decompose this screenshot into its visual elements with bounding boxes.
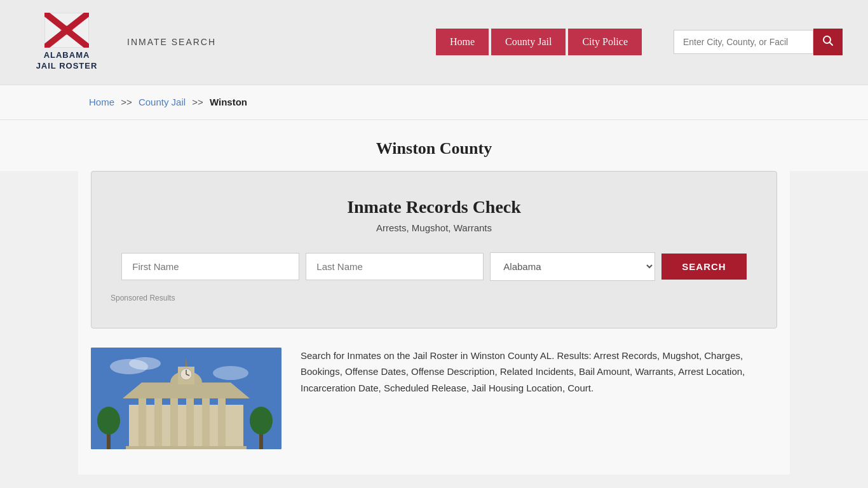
alabama-flag-icon <box>44 13 89 48</box>
logo-line2: JAIL ROSTER <box>36 61 98 71</box>
main-content: Inmate Records Check Arrests, Mugshot, W… <box>78 171 790 475</box>
nav-county-jail-button[interactable]: County Jail <box>491 29 566 55</box>
breadcrumb-sep1: >> <box>121 97 132 107</box>
svg-line-5 <box>830 43 833 46</box>
nav-city-police-button[interactable]: City Police <box>568 29 642 55</box>
inmate-search-label: INMATE SEARCH <box>127 37 216 47</box>
records-check-subtitle: Arrests, Mugshot, Warrants <box>111 222 757 233</box>
svg-point-8 <box>129 357 161 370</box>
svg-rect-11 <box>139 398 146 449</box>
site-logo-text: ALABAMA JAIL ROSTER <box>36 50 98 72</box>
records-check-title: Inmate Records Check <box>111 197 757 217</box>
svg-rect-15 <box>202 398 210 449</box>
site-header: ALABAMA JAIL ROSTER INMATE SEARCH Home C… <box>0 0 868 85</box>
breadcrumb-current: Winston <box>210 97 247 107</box>
county-description: Search for Inmates on the Jail Roster in… <box>301 348 777 396</box>
records-check-box: Inmate Records Check Arrests, Mugshot, W… <box>91 171 777 329</box>
svg-rect-13 <box>170 398 178 449</box>
nav-home-button[interactable]: Home <box>436 29 489 55</box>
breadcrumb-sep2: >> <box>192 97 203 107</box>
breadcrumb: Home >> County Jail >> Winston <box>89 97 247 107</box>
search-icon <box>822 35 834 46</box>
records-search-button[interactable]: SEARCH <box>661 254 746 280</box>
svg-rect-14 <box>186 398 194 449</box>
svg-point-26 <box>97 407 120 435</box>
header-search-input[interactable] <box>674 30 813 54</box>
main-nav: Home County Jail City Police <box>436 29 642 55</box>
breadcrumb-bar: Home >> County Jail >> Winston <box>0 85 868 120</box>
page-title-area: Winston County <box>0 120 868 171</box>
header-search-area <box>674 29 843 55</box>
svg-rect-18 <box>126 446 247 449</box>
records-search-form: AlabamaAlaskaArizonaArkansasCaliforniaCo… <box>111 252 757 281</box>
courthouse-svg <box>91 348 281 449</box>
breadcrumb-county-jail-link[interactable]: County Jail <box>139 97 186 107</box>
bottom-section: Search for Inmates on the Jail Roster in… <box>91 348 777 449</box>
page-title: Winston County <box>0 139 868 158</box>
logo-area: ALABAMA JAIL ROSTER <box>25 13 108 72</box>
svg-rect-16 <box>218 398 226 449</box>
svg-rect-12 <box>154 398 162 449</box>
svg-rect-3 <box>60 25 73 35</box>
logo-line1: ALABAMA <box>44 50 90 60</box>
first-name-input[interactable] <box>121 253 299 280</box>
sponsored-label: Sponsored Results <box>111 294 757 302</box>
svg-point-28 <box>250 407 273 435</box>
courthouse-image <box>91 348 281 449</box>
last-name-input[interactable] <box>306 253 484 280</box>
state-select[interactable]: AlabamaAlaskaArizonaArkansasCaliforniaCo… <box>490 252 655 281</box>
breadcrumb-home-link[interactable]: Home <box>89 97 114 107</box>
svg-point-9 <box>213 366 248 380</box>
header-search-button[interactable] <box>813 29 843 55</box>
